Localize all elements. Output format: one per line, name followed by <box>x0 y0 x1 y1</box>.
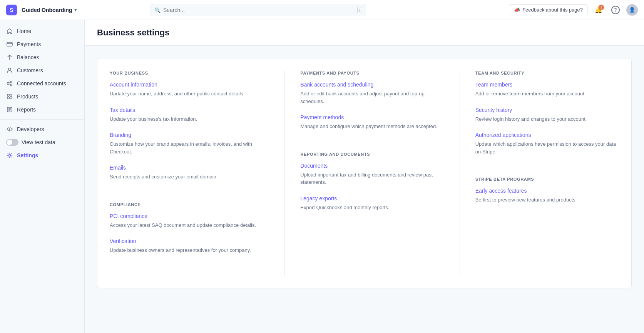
section-your-business: YOUR BUSINESS Account information Update… <box>110 71 269 190</box>
sidebar-item-customers-label: Customers <box>17 67 43 73</box>
page-title: Business settings <box>97 28 632 38</box>
view-test-data-toggle[interactable]: View test data <box>0 136 84 149</box>
developers-icon <box>6 126 13 133</box>
branding-link[interactable]: Branding <box>110 132 269 138</box>
authorized-applications-desc: Update which applications have permissio… <box>475 140 619 155</box>
link-group-documents: Documents Upload important tax and billi… <box>300 163 444 186</box>
search-icon: 🔍 <box>154 7 161 13</box>
sidebar-item-reports[interactable]: Reports <box>0 103 84 116</box>
svg-rect-11 <box>10 97 12 99</box>
main-content: Business settings YOUR BUSINESS Account … <box>85 20 644 333</box>
page-header: Business settings <box>85 20 644 46</box>
bank-accounts-desc: Add or edit bank accounts and adjust pay… <box>300 90 444 105</box>
help-icon: ? <box>611 6 620 14</box>
settings-grid: YOUR BUSINESS Account information Update… <box>97 58 632 288</box>
link-group-team-members: Team members Add or remove team members … <box>475 82 619 98</box>
link-group-tax-details: Tax details Update your business's tax i… <box>110 107 269 123</box>
section-payments-payouts-title: PAYMENTS AND PAYOUTS <box>300 71 444 75</box>
sidebar-item-connected-accounts-label: Connected accounts <box>17 80 66 87</box>
branding-desc: Customize how your brand appears in emai… <box>110 140 269 155</box>
sidebar-item-home-label: Home <box>17 28 31 34</box>
section-team-security: TEAM AND SECURITY Team members Add or re… <box>475 71 619 165</box>
sidebar-item-customers[interactable]: Customers <box>0 64 84 77</box>
notifications-button[interactable]: 🔔 1 <box>592 4 605 16</box>
help-button[interactable]: ? <box>609 4 622 16</box>
tax-details-link[interactable]: Tax details <box>110 107 269 113</box>
documents-desc: Upload important tax and billing documen… <box>300 171 444 186</box>
svg-line-7 <box>9 84 10 85</box>
feedback-label: Feedback about this page? <box>522 7 583 13</box>
feedback-button[interactable]: 📣 Feedback about this page? <box>509 4 588 15</box>
legacy-exports-link[interactable]: Legacy exports <box>300 195 444 201</box>
brand-switcher[interactable]: Guided Onboarding ▾ <box>22 7 77 13</box>
sidebar-item-products-label: Products <box>17 93 38 100</box>
link-group-account-information: Account information Update your name, ad… <box>110 82 269 98</box>
svg-point-5 <box>10 84 12 86</box>
settings-icon <box>6 152 13 159</box>
pci-compliance-desc: Access your latest SAQ document and upda… <box>110 221 269 229</box>
test-data-toggle-knob[interactable] <box>6 139 18 146</box>
verification-link[interactable]: Verification <box>110 238 269 244</box>
test-data-label: View test data <box>22 139 55 145</box>
sidebar-item-settings[interactable]: Settings <box>0 149 84 162</box>
section-reporting-documents: REPORTING AND DOCUMENTS Documents Upload… <box>300 152 444 221</box>
payment-methods-link[interactable]: Payment methods <box>300 114 444 120</box>
search-bar: 🔍 / <box>151 4 366 16</box>
team-members-desc: Add or remove team members from your acc… <box>475 90 619 98</box>
sidebar-item-balances-label: Balances <box>17 54 39 60</box>
brand-label: Guided Onboarding <box>22 7 72 13</box>
link-group-verification: Verification Update business owners and … <box>110 238 269 254</box>
svg-line-6 <box>9 82 10 83</box>
section-team-security-title: TEAM AND SECURITY <box>475 71 619 75</box>
sidebar-item-products[interactable]: Products <box>0 90 84 103</box>
early-access-features-link[interactable]: Early access features <box>475 188 619 194</box>
settings-col-3: TEAM AND SECURITY Team members Add or re… <box>460 71 619 276</box>
sidebar: Home Payments Balances Customers Connect… <box>0 20 85 333</box>
user-avatar[interactable]: 👤 <box>626 4 638 16</box>
sidebar-item-payments[interactable]: Payments <box>0 38 84 51</box>
security-history-link[interactable]: Security history <box>475 107 619 113</box>
link-group-early-access: Early access features Be first to previe… <box>475 188 619 204</box>
legacy-exports-desc: Export Quickbooks and monthly reports. <box>300 204 444 211</box>
section-your-business-title: YOUR BUSINESS <box>110 71 269 75</box>
tax-details-desc: Update your business's tax information. <box>110 115 269 123</box>
page-content: YOUR BUSINESS Account information Update… <box>85 46 644 301</box>
authorized-applications-link[interactable]: Authorized applications <box>475 132 619 138</box>
topbar-right: 📣 Feedback about this page? 🔔 1 ? 👤 <box>509 4 638 16</box>
topbar: S Guided Onboarding ▾ 🔍 / 📣 Feedback abo… <box>0 0 644 20</box>
verification-desc: Update business owners and representativ… <box>110 246 269 254</box>
svg-point-3 <box>7 83 9 85</box>
sidebar-item-connected-accounts[interactable]: Connected accounts <box>0 77 84 90</box>
svg-point-2 <box>8 68 11 70</box>
main-layout: Home Payments Balances Customers Connect… <box>0 20 644 333</box>
section-stripe-beta: STRIPE BETA PROGRAMS Early access featur… <box>475 177 619 213</box>
balances-icon <box>6 54 13 61</box>
payments-icon <box>6 41 13 48</box>
section-compliance: COMPLIANCE PCI compliance Access your la… <box>110 202 269 263</box>
sidebar-item-developers-label: Developers <box>17 126 44 132</box>
team-members-link[interactable]: Team members <box>475 82 619 88</box>
account-information-link[interactable]: Account information <box>110 82 269 88</box>
bank-accounts-link[interactable]: Bank accounts and scheduling <box>300 82 444 88</box>
sidebar-item-home[interactable]: Home <box>0 25 84 38</box>
payment-methods-desc: Manage and configure which payment metho… <box>300 123 444 130</box>
link-group-authorized-apps: Authorized applications Update which app… <box>475 132 619 155</box>
section-payments-payouts: PAYMENTS AND PAYOUTS Bank accounts and s… <box>300 71 444 140</box>
sidebar-item-balances[interactable]: Balances <box>0 51 84 64</box>
settings-col-1: YOUR BUSINESS Account information Update… <box>110 71 269 276</box>
search-slash-hint: / <box>357 7 362 13</box>
connected-accounts-icon <box>6 80 13 87</box>
svg-rect-8 <box>7 94 9 96</box>
documents-link[interactable]: Documents <box>300 163 444 169</box>
feedback-icon: 📣 <box>514 7 520 13</box>
pci-compliance-link[interactable]: PCI compliance <box>110 213 269 219</box>
reports-icon <box>6 106 13 113</box>
svg-point-16 <box>9 155 11 157</box>
section-compliance-title: COMPLIANCE <box>110 202 269 207</box>
emails-link[interactable]: Emails <box>110 165 269 171</box>
products-icon <box>6 93 13 100</box>
search-input[interactable] <box>151 4 366 16</box>
svg-rect-10 <box>7 97 9 99</box>
sidebar-item-developers[interactable]: Developers <box>0 123 84 136</box>
link-group-branding: Branding Customize how your brand appear… <box>110 132 269 155</box>
